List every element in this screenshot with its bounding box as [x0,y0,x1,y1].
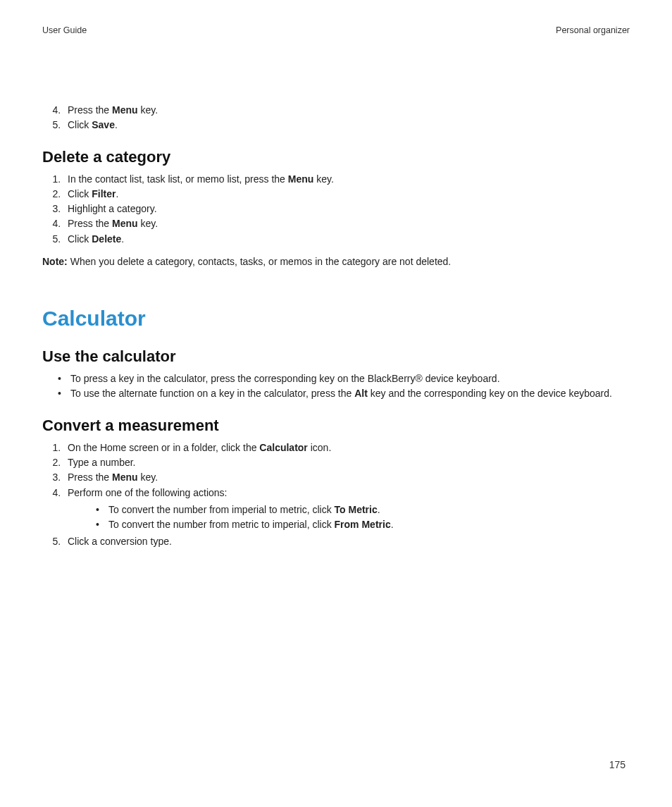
convert-measurement-step-list: On the Home screen or in a folder, click… [42,441,630,549]
bullet-item: To convert the number from metric to imp… [96,517,630,531]
bullet-item: To convert the number from imperial to m… [96,503,630,517]
note-text: When you delete a category, contacts, ta… [68,256,451,267]
bold-term: Filter [92,188,116,199]
delete-category-step-list: In the contact list, task list, or memo … [42,172,630,246]
intro-step-list: Press the Menu key.Click Save. [42,103,630,133]
step-item: Press the Menu key. [63,470,630,484]
bullet-item: To use the alternate function on a key i… [58,386,630,400]
header-right: Personal organizer [556,25,630,35]
bullet-item: To press a key in the calculator, press … [58,371,630,386]
step-item: In the contact list, task list, or memo … [63,172,630,186]
bold-term: To Metric [335,504,378,515]
bold-term: Save [92,119,115,130]
bold-term: From Metric [335,519,391,530]
heading-use-calculator: Use the calculator [42,347,630,366]
step-item: Press the Menu key. [63,103,630,117]
step-item: Perform one of the following actions:To … [63,486,630,532]
page-header: User Guide Personal organizer [42,25,630,35]
step-item: Click Filter. [63,187,630,201]
bold-term: Menu [112,218,138,229]
step-item: Type a number. [63,455,630,469]
heading-delete-category: Delete a category [42,148,630,166]
delete-category-note: Note: When you delete a category, contac… [42,256,630,267]
step-item: On the Home screen or in a folder, click… [63,441,630,455]
bold-term: Menu [112,104,138,116]
convert-sub-bullet-list: To convert the number from imperial to m… [68,503,630,532]
heading-convert-measurement: Convert a measurement [42,417,630,435]
header-left: User Guide [42,25,87,35]
page-number: 175 [609,759,626,770]
heading-calculator: Calculator [42,307,630,331]
note-label: Note: [42,256,68,267]
step-item: Click Delete. [63,232,630,246]
step-item: Click a conversion type. [63,534,630,548]
step-item: Highlight a category. [63,202,630,216]
document-page: User Guide Personal organizer Press the … [0,0,672,807]
bold-term: Menu [288,173,314,185]
use-calculator-bullet-list: To press a key in the calculator, press … [42,371,630,401]
bold-term: Delete [92,233,121,245]
bold-term: Alt [354,388,368,399]
step-item: Click Save. [63,118,630,132]
step-item: Press the Menu key. [63,216,630,230]
bold-term: Menu [112,472,138,483]
bold-term: Calculator [259,442,307,453]
